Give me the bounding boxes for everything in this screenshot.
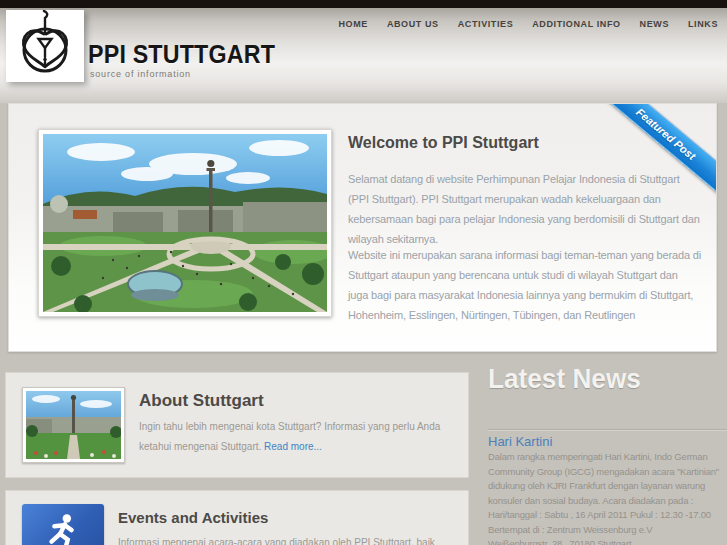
sidebar-divider bbox=[488, 429, 727, 431]
events-activities-card: Events and Activities Informasi mengenai… bbox=[5, 490, 469, 545]
welcome-heading: Welcome to PPI Stuttgart bbox=[348, 134, 539, 152]
top-bar bbox=[0, 0, 727, 8]
runner-icon bbox=[40, 511, 86, 545]
welcome-paragraph-2: Website ini merupakan sarana informasi b… bbox=[348, 245, 717, 325]
about-heading: About Stuttgart bbox=[139, 391, 264, 411]
main-navigation: HOME ABOUT US ACTIVITIES ADDITIONAL INFO… bbox=[339, 19, 718, 29]
nav-item-news[interactable]: NEWS bbox=[640, 19, 669, 29]
featured-post-panel: Featured Post bbox=[8, 103, 717, 352]
nav-item-links[interactable]: LINKS bbox=[688, 19, 718, 29]
events-heading: Events and Activities bbox=[118, 509, 268, 526]
site-header: HOME ABOUT US ACTIVITIES ADDITIONAL INFO… bbox=[0, 8, 727, 103]
site-title: PPI STUTTGART bbox=[88, 40, 275, 69]
ppi-emblem-icon bbox=[13, 10, 77, 82]
welcome-paragraph-1: Selamat datang di website Perhimpunan Pe… bbox=[348, 169, 717, 249]
events-icon-tile[interactable] bbox=[22, 504, 104, 545]
news-post-title-link[interactable]: Hari Kartini bbox=[488, 434, 552, 449]
nav-item-additional-info[interactable]: ADDITIONAL INFO bbox=[532, 19, 620, 29]
nav-item-home[interactable]: HOME bbox=[339, 19, 368, 29]
about-read-more-link[interactable]: Read more... bbox=[264, 441, 322, 452]
nav-item-about-us[interactable]: ABOUT US bbox=[387, 19, 439, 29]
about-text: Ingin tahu lebih mengenai kota Stuttgart… bbox=[139, 417, 457, 456]
events-text: Informasi mengenai acara-acara yang diad… bbox=[118, 533, 458, 545]
nav-item-activities[interactable]: ACTIVITIES bbox=[458, 19, 514, 29]
about-stuttgart-thumbnail[interactable] bbox=[22, 387, 125, 463]
site-tagline: source of information bbox=[90, 69, 191, 79]
about-stuttgart-card: About Stuttgart Ingin tahu lebih mengena… bbox=[5, 372, 469, 478]
latest-news-heading: Latest News bbox=[488, 364, 641, 395]
site-logo[interactable] bbox=[6, 10, 84, 82]
schlossplatz-photo bbox=[38, 129, 332, 317]
news-post-body: Dalam rangka memperingati Hari Kartini, … bbox=[488, 450, 727, 545]
